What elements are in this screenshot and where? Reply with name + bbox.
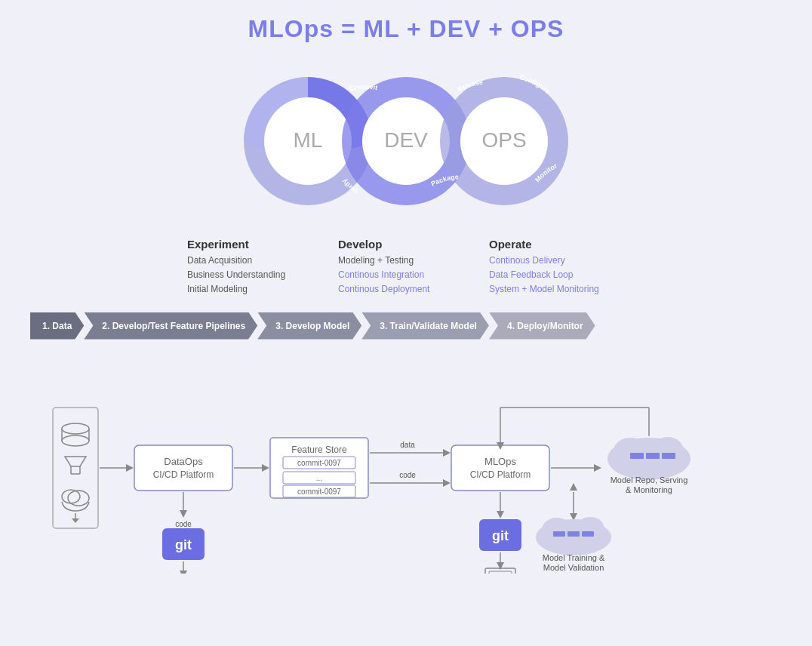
code-label-de: code (175, 520, 192, 528)
desc-develop-links: Continous IntegrationContinous Deploymen… (338, 268, 474, 297)
ml-label: ML (294, 128, 323, 152)
desc-experiment-items: Data AcquisitionBusiness UnderstandingIn… (187, 254, 323, 297)
svg-rect-26 (62, 500, 89, 507)
svg-marker-42 (443, 449, 451, 457)
svg-point-79 (542, 518, 572, 542)
svg-point-49 (614, 438, 647, 465)
desc-develop-items: Modeling + Testing (338, 254, 474, 268)
model-training-label1: Model Training & (543, 553, 605, 562)
svg-text:...: ... (316, 474, 322, 482)
ops-label: OPS (481, 128, 526, 152)
svg-text:commit-0097: commit-0097 (297, 459, 341, 467)
flow-svg: DataOps CI/CD Platform Feature Store com… (45, 362, 785, 574)
svg-rect-81 (553, 531, 565, 537)
dataops-line2: CI/CD Platform (153, 469, 214, 480)
data-arrow-label: data (400, 441, 415, 449)
svg-marker-33 (262, 464, 269, 472)
svg-marker-76 (570, 483, 577, 491)
svg-point-19 (62, 435, 89, 446)
pipeline-step-1: 1. Data (30, 312, 84, 340)
svg-rect-31 (134, 445, 232, 491)
pipeline-step-3b: 3. Train/Validate Model (361, 312, 489, 340)
svg-marker-60 (180, 510, 187, 518)
pipeline-bar: 1. Data 2. Develop/Test Feature Pipeline… (30, 312, 782, 340)
svg-marker-30 (126, 464, 134, 472)
desc-develop-heading: Develop (338, 238, 474, 251)
svg-rect-73 (489, 571, 512, 574)
svg-rect-15 (53, 408, 98, 528)
dataops-line1: DataOps (164, 456, 203, 467)
svg-rect-53 (662, 453, 675, 459)
pipeline-step-3a: 3. Develop Model (257, 312, 361, 340)
code-arrow-label: code (399, 471, 416, 479)
feature-store-title: Feature Store (291, 445, 347, 455)
desc-operate: Operate Continous DeliveryData Feedback … (481, 238, 632, 297)
svg-rect-51 (630, 453, 644, 459)
desc-operate-links: Continous DeliveryData Feedback LoopSyst… (489, 254, 625, 297)
desc-operate-heading: Operate (489, 238, 625, 251)
svg-rect-52 (646, 453, 660, 459)
svg-rect-82 (567, 531, 580, 537)
dev-label: DEV (384, 128, 428, 152)
svg-rect-45 (451, 445, 549, 491)
svg-rect-83 (582, 531, 594, 537)
svg-point-24 (62, 490, 80, 503)
flow-diagram-section: DataOps CI/CD Platform Feature Store com… (30, 355, 782, 584)
pipeline-step-2: 2. Develop/Test Feature Pipelines (84, 312, 257, 340)
venn-diagram: ML DEV OPS Creativit Verify (30, 58, 782, 232)
venn-svg: ML DEV OPS Creativit Verify (195, 58, 617, 232)
svg-marker-63 (180, 571, 187, 574)
model-repo-label: Model Repo, Serving (611, 475, 688, 484)
svg-marker-28 (72, 518, 79, 523)
svg-marker-20 (65, 457, 86, 466)
desc-experiment-heading: Experiment (187, 238, 323, 251)
git-ds-label: git (492, 528, 509, 543)
page: MLOps = ML + DEV + OPS M (0, 0, 812, 607)
svg-marker-68 (497, 511, 504, 518)
git-de-label: git (175, 537, 192, 552)
svg-text:commit-0097: commit-0097 (297, 488, 341, 496)
desc-experiment: Experiment Data AcquisitionBusiness Unde… (180, 238, 331, 297)
svg-point-16 (62, 423, 89, 434)
svg-marker-47 (594, 464, 601, 472)
mlops-line2: CI/CD Platform (470, 469, 531, 480)
descriptions-section: Experiment Data AcquisitionBusiness Unde… (30, 238, 782, 297)
model-training-label2: Model Validation (543, 563, 604, 572)
model-repo-label2: & Monitoring (626, 485, 672, 494)
svg-text:Creativit: Creativit (349, 83, 378, 92)
mlops-line1: MLOps (484, 456, 516, 467)
main-title: MLOps = ML + DEV + OPS (30, 15, 782, 43)
pipeline-step-4: 4. Deploy/Monitor (489, 312, 595, 340)
desc-develop: Develop Modeling + Testing Continous Int… (331, 238, 481, 297)
svg-marker-44 (443, 479, 451, 487)
